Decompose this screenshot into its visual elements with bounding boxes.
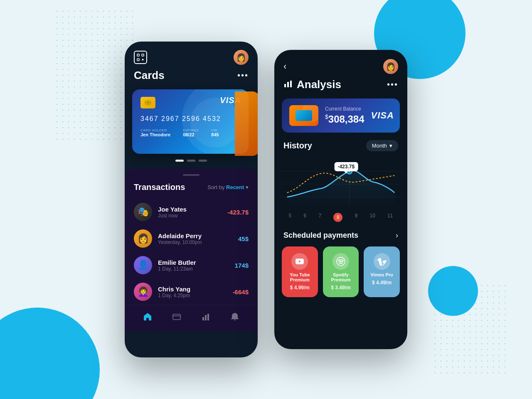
bg-dots-right bbox=[432, 283, 507, 374]
svg-rect-13 bbox=[287, 82, 289, 87]
tx-time: 1 Day, 4:25pm bbox=[158, 293, 227, 298]
mini-card-icon bbox=[296, 110, 312, 121]
payment-cards: You Tube Premium $ 4.99/m Spotify Premiu… bbox=[274, 246, 407, 305]
payment-card-youtube[interactable]: You Tube Premium $ 4.99/m bbox=[282, 246, 318, 297]
tx-time: Yesterday, 10:00pm bbox=[158, 239, 232, 245]
x-label-7: 7 bbox=[318, 213, 321, 222]
tx-time: Just now bbox=[158, 213, 222, 219]
month-selector[interactable]: Month ▾ bbox=[366, 140, 398, 151]
youtube-name: You Tube Premium bbox=[287, 272, 313, 282]
analysis-header-left: Analysis bbox=[283, 78, 341, 91]
tx-info-joe: Joe Yates Just now bbox=[158, 206, 222, 219]
tx-avatar-chris: 👩‍🦱 bbox=[134, 283, 152, 301]
x-label-8[interactable]: 8 bbox=[333, 213, 342, 222]
tx-info-adelaide: Adelaide Perry Yesterday, 10:00pm bbox=[158, 232, 232, 245]
transaction-item: 👩 Adelaide Perry Yesterday, 10:00pm 45$ bbox=[125, 225, 258, 252]
svg-rect-11 bbox=[207, 314, 209, 320]
credit-card[interactable]: VISA 3467 2967 2596 4532 CARD HOLDER Jen… bbox=[132, 89, 249, 154]
balance-label: Current Balance bbox=[325, 106, 365, 112]
card-chip bbox=[140, 97, 155, 108]
tx-info-chris: Chris Yang 1 Day, 4:25pm bbox=[158, 286, 227, 298]
phones-container: 👩 Cards ••• VISA 3467 2967 2596 453 bbox=[125, 42, 407, 357]
card-holder-name: Jen Theodore bbox=[140, 132, 170, 137]
user-avatar-right[interactable]: 👩 bbox=[383, 59, 398, 74]
history-header: History Month ▾ bbox=[274, 140, 407, 157]
bottom-nav bbox=[125, 305, 258, 331]
card-dot-2[interactable] bbox=[187, 160, 195, 162]
chevron-right-icon[interactable]: › bbox=[396, 231, 398, 240]
analysis-icon bbox=[283, 79, 293, 91]
transactions-header: Transactions Sort by Recent ▾ bbox=[125, 182, 258, 199]
x-label-6: 6 bbox=[304, 213, 307, 222]
chevron-down-icon: ▾ bbox=[389, 143, 392, 149]
balance-amount: $308,384 bbox=[325, 113, 365, 125]
balance-info: Current Balance $308,384 bbox=[325, 106, 365, 125]
tx-avatar-emilie: 👤 bbox=[134, 256, 152, 274]
svg-rect-7 bbox=[173, 314, 180, 320]
scan-icon[interactable] bbox=[134, 51, 147, 64]
payment-card-vimeo[interactable]: Vimeo Pro $ 4.49/m bbox=[364, 246, 400, 297]
tx-name: Adelaide Perry bbox=[158, 232, 232, 239]
svg-rect-9 bbox=[202, 317, 204, 320]
svg-rect-2 bbox=[137, 59, 139, 61]
scheduled-header: Scheduled payments › bbox=[274, 228, 407, 246]
tx-amount: 45$ bbox=[238, 235, 249, 242]
transaction-item: 🎭 Joe Yates Just now -423.7$ bbox=[125, 199, 258, 225]
chart-area: -423.7$ 5 6 7 8 9 10 11 bbox=[274, 157, 407, 224]
x-label-11: 11 bbox=[387, 213, 393, 222]
vimeo-price: $ 4.49/m bbox=[372, 280, 392, 286]
month-label: Month bbox=[372, 143, 387, 149]
nav-chart[interactable] bbox=[201, 312, 210, 321]
tx-avatar-joe: 🎭 bbox=[134, 203, 152, 221]
analysis-menu-dots[interactable]: ••• bbox=[387, 80, 398, 89]
balance-card: Current Balance $308,384 VISA bbox=[282, 99, 400, 133]
vimeo-name: Vimeo Pro bbox=[371, 272, 393, 277]
balance-card-image bbox=[289, 105, 318, 126]
spotify-price: $ 3.49/m bbox=[331, 285, 350, 291]
bg-circle-bottom-left bbox=[0, 308, 100, 399]
balance-value: 308,384 bbox=[328, 113, 365, 125]
back-button[interactable]: ‹ bbox=[283, 61, 286, 72]
transactions-title: Transactions bbox=[134, 182, 185, 192]
youtube-price: $ 4.99/m bbox=[290, 285, 310, 291]
nav-cards[interactable] bbox=[172, 312, 181, 321]
vimeo-icon bbox=[374, 253, 390, 270]
tx-name: Joe Yates bbox=[158, 206, 222, 213]
right-header: Analysis ••• bbox=[274, 78, 407, 99]
svg-point-3 bbox=[142, 59, 144, 61]
spotify-icon bbox=[332, 253, 349, 270]
x-label-9: 9 bbox=[355, 213, 358, 222]
history-title: History bbox=[283, 141, 312, 150]
balance-brand: VISA bbox=[371, 110, 394, 121]
cards-menu-dots[interactable]: ••• bbox=[237, 71, 249, 80]
sort-by[interactable]: Sort by Recent ▾ bbox=[207, 184, 249, 190]
spotify-name: Spotify Premium bbox=[328, 272, 354, 282]
card-orange-edge bbox=[235, 91, 258, 156]
tx-name: Emilie Butler bbox=[158, 259, 229, 266]
right-phone: ‹ 👩 Analysis ••• bbox=[274, 50, 407, 349]
left-phone: 👩 Cards ••• VISA 3467 2967 2596 453 bbox=[125, 42, 258, 357]
nav-home[interactable] bbox=[143, 312, 152, 321]
tx-name: Chris Yang bbox=[158, 286, 227, 293]
nav-bell[interactable] bbox=[230, 312, 239, 321]
currency-symbol: $ bbox=[325, 113, 328, 120]
x-label-10: 10 bbox=[369, 213, 375, 222]
card-dot-3[interactable] bbox=[199, 160, 207, 162]
card-dot-1[interactable] bbox=[175, 160, 184, 162]
drag-handle bbox=[183, 174, 200, 176]
svg-rect-14 bbox=[290, 81, 292, 87]
transactions-section: Transactions Sort by Recent ▾ 🎭 Joe Yate… bbox=[125, 168, 258, 331]
user-avatar-left[interactable]: 👩 bbox=[234, 50, 249, 65]
cards-title: Cards bbox=[134, 69, 165, 82]
transaction-item: 👩‍🦱 Chris Yang 1 Day, 4:25pm -664$ bbox=[125, 278, 258, 305]
payment-card-spotify[interactable]: Spotify Premium $ 3.49/m bbox=[323, 246, 359, 297]
sort-value: Recent bbox=[226, 184, 244, 190]
scheduled-title: Scheduled payments bbox=[283, 231, 358, 240]
left-header: Cards ••• bbox=[125, 69, 258, 89]
tx-info-emilie: Emilie Butler 1 Day, 11:23am bbox=[158, 259, 229, 272]
card-holder-info: CARD HOLDER Jen Theodore bbox=[140, 128, 170, 137]
x-label-5: 5 bbox=[289, 213, 292, 222]
tx-time: 1 Day, 11:23am bbox=[158, 266, 229, 272]
svg-rect-10 bbox=[205, 315, 207, 320]
tx-avatar-adelaide: 👩 bbox=[134, 229, 152, 248]
